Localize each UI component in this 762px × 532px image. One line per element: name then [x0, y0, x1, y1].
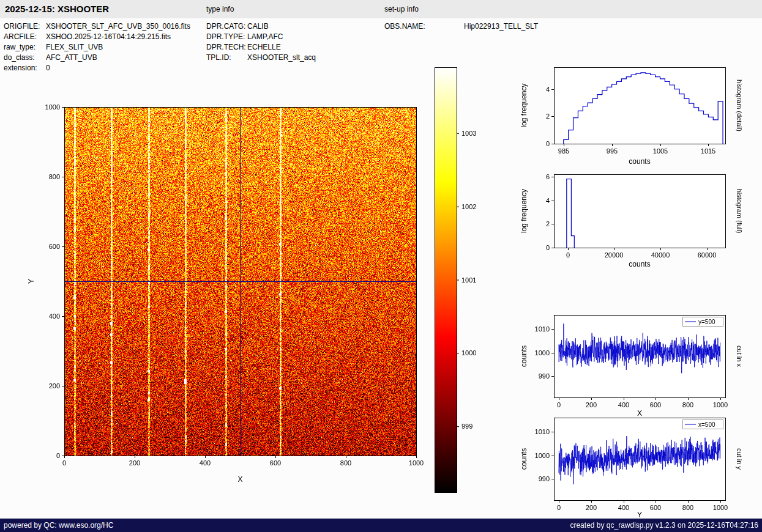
cut-in-y-plot [508, 405, 747, 519]
type-info-block: DPR.CATG:CALIB DPR.TYPE:LAMP,AFC DPR.TEC… [206, 21, 316, 63]
type-info-row: TPL.ID:XSHOOTER_slt_acq [206, 53, 316, 63]
setup-info-block: OBS.NAME:Hip022913_TELL_SLT [384, 21, 538, 32]
type-info-row: DPR.CATG:CALIB [206, 21, 316, 32]
meta-label: extension: [4, 63, 46, 73]
footer-bar: powered by QC: www.eso.org/HC created by… [0, 519, 762, 532]
meta-label: ARCFILE: [4, 32, 46, 42]
meta-value: XSHOOTER_slt_acq [247, 53, 316, 62]
meta-label: do_class: [4, 53, 46, 63]
meta-label: TPL.ID: [206, 53, 247, 63]
meta-value: ECHELLE [247, 43, 281, 51]
meta-label: ORIGFILE: [4, 21, 46, 32]
setup-info-header: set-up info [384, 0, 419, 18]
footer-left-text: powered by QC: www.eso.org/HC [4, 519, 113, 532]
meta-label: DPR.TECH: [206, 42, 247, 53]
meta-value: XSHOO.2025-12-16T04:14:29.215.fits [46, 32, 171, 41]
meta-label: OBS.NAME: [384, 21, 464, 32]
header-bar: 2025-12-15: XSHOOTER type info set-up in… [0, 0, 762, 18]
file-info-row: extension:0 [4, 63, 190, 73]
type-info-row: DPR.TYPE:LAMP,AFC [206, 32, 316, 42]
cut-in-x-plot [508, 303, 747, 422]
meta-value: Hip022913_TELL_SLT [464, 22, 538, 31]
meta-value: AFC_ATT_UVB [46, 53, 97, 62]
meta-value: CALIB [247, 22, 269, 31]
meta-label: raw_type: [4, 42, 46, 53]
file-info-row: ORIGFILE:XSHOOTER_SLT_AFC_UVB_350_0016.f… [4, 21, 190, 32]
type-info-row: DPR.TECH:ECHELLE [206, 42, 316, 53]
setup-info-row: OBS.NAME:Hip022913_TELL_SLT [384, 21, 538, 32]
meta-value: 0 [46, 64, 50, 72]
file-info-row: do_class:AFC_ATT_UVB [4, 53, 190, 63]
file-info-row: raw_type:FLEX_SLIT_UVB [4, 42, 190, 53]
page-title: 2025-12-15: XSHOOTER [5, 0, 109, 18]
type-info-header: type info [206, 0, 234, 18]
meta-value: LAMP,AFC [247, 32, 283, 41]
file-info-row: ARCFILE:XSHOO.2025-12-16T04:14:29.215.fi… [4, 32, 190, 42]
meta-label: DPR.CATG: [206, 21, 247, 32]
meta-value: XSHOOTER_SLT_AFC_UVB_350_0016.fits [46, 22, 190, 31]
histogram-full-plot [508, 163, 747, 276]
file-info-block: ORIGFILE:XSHOOTER_SLT_AFC_UVB_350_0016.f… [4, 21, 190, 73]
colorbar [428, 61, 487, 501]
qc-report-page: 2025-12-15: XSHOOTER type info set-up in… [0, 0, 762, 532]
footer-right-text: created by qc_rawdisp.py v1.2.3 on 2025-… [570, 519, 758, 532]
meta-label: DPR.TYPE: [206, 32, 247, 42]
histogram-detail-plot [508, 58, 747, 171]
meta-value: FLEX_SLIT_UVB [46, 43, 103, 51]
raw-detector-image-plot [18, 86, 428, 495]
